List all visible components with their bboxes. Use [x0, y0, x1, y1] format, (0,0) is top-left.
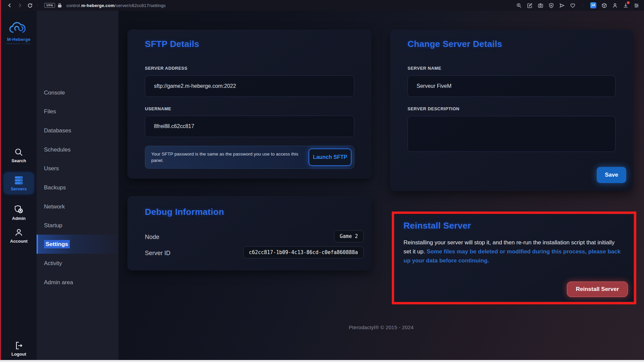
- send-icon[interactable]: [559, 2, 565, 8]
- server-description-textarea[interactable]: [408, 116, 615, 152]
- red-annotation-rectangle: Reinstall Server Reinstalling your serve…: [392, 212, 636, 304]
- nav-item-backups[interactable]: Backups: [37, 182, 118, 193]
- refresh-icon[interactable]: [25, 0, 35, 11]
- server-address-label: SERVER ADDRESS: [145, 66, 187, 71]
- servers-icon: [4, 176, 34, 185]
- shield-block-icon[interactable]: [548, 2, 554, 8]
- rail-item-account[interactable]: Account: [4, 228, 34, 244]
- nav-item-users[interactable]: Users: [37, 163, 118, 174]
- nav-item-console[interactable]: Console: [37, 87, 118, 99]
- change-server-details-card: Change Server Details SERVER NAME SERVER…: [390, 29, 633, 191]
- node-value-badge: Game 2: [334, 230, 364, 242]
- active-nav-indicator: [37, 235, 38, 254]
- nav-item-schedules[interactable]: Schedules: [37, 144, 118, 156]
- lock-icon[interactable]: [58, 3, 62, 8]
- download-icon[interactable]: [623, 2, 629, 8]
- details-card-title: Change Server Details: [408, 39, 502, 49]
- forward-icon[interactable]: [15, 0, 25, 11]
- admin-icon: [4, 204, 34, 215]
- username-label: USERNAME: [145, 106, 171, 111]
- address-bar[interactable]: control.m-heberge.com/server/c62cc817/se…: [66, 3, 166, 8]
- node-label: Node: [145, 234, 159, 241]
- extension-icon[interactable]: [590, 2, 596, 8]
- rail-item-logout[interactable]: Logout: [4, 341, 34, 357]
- nav-item-files[interactable]: Files: [37, 106, 118, 117]
- reinstall-card-title: Reinstall Server: [404, 221, 471, 231]
- server-id-value-badge[interactable]: c62cc817-1b09-4c13-86cd-c0efa860888a: [243, 246, 364, 258]
- server-name-input[interactable]: [408, 75, 615, 97]
- server-description-label: SERVER DESCRIPTION: [408, 106, 460, 111]
- logout-icon: [4, 341, 34, 350]
- launch-sftp-button[interactable]: Launch SFTP: [309, 148, 352, 166]
- search-icon: [4, 147, 34, 157]
- browser-toolbar: ⋮ VPN control.m-heberge.com/server/c62cc…: [0, 0, 644, 11]
- zoom-icon[interactable]: [516, 2, 522, 8]
- menu-icon[interactable]: [633, 2, 639, 8]
- footer-copyright: Pterodactyl® © 2015 - 2024: [118, 324, 644, 330]
- left-edge-annotation-line: [0, 0, 1, 360]
- sftp-password-note: Your SFTP password is the same as the pa…: [145, 146, 354, 169]
- download-notification-dot: [627, 1, 630, 4]
- toolbar-right-icons: ⋮: [516, 2, 644, 8]
- debug-information-card: Debug Information Node Game 2 Server ID …: [127, 196, 372, 270]
- server-address-input[interactable]: [145, 75, 354, 97]
- reinstall-server-card: Reinstall Server Reinstalling your serve…: [395, 215, 633, 301]
- nav-item-startup[interactable]: Startup: [37, 220, 118, 231]
- reinstall-description: Reinstalling your server will stop it, a…: [404, 238, 621, 265]
- profile-icon[interactable]: [612, 2, 618, 8]
- bottom-scrollbar-track[interactable]: [0, 360, 644, 362]
- heart-icon[interactable]: [570, 2, 576, 8]
- sftp-card-title: SFTP Details: [145, 39, 199, 49]
- nav-item-admin-area[interactable]: Admin area: [37, 277, 118, 288]
- sftp-details-card: SFTP Details SERVER ADDRESS USERNAME You…: [127, 29, 372, 179]
- brand-tagline: HEBERGEUR SUISSE: [1, 43, 37, 45]
- nav-item-activity[interactable]: Activity: [37, 258, 118, 269]
- vpn-badge[interactable]: VPN: [44, 3, 55, 8]
- username-input[interactable]: [145, 116, 354, 137]
- server-id-label: Server ID: [145, 250, 170, 257]
- back-icon[interactable]: [5, 0, 15, 11]
- server-nav: Console Files Databases Schedules Users …: [37, 11, 118, 362]
- nav-item-databases[interactable]: Databases: [37, 125, 118, 136]
- server-name-label: SERVER NAME: [408, 66, 441, 71]
- compose-icon[interactable]: [527, 2, 533, 8]
- nav-item-settings[interactable]: Settings: [37, 235, 118, 254]
- reinstall-server-button[interactable]: Reinstall Server: [567, 282, 628, 297]
- debug-card-title: Debug Information: [145, 207, 224, 217]
- save-button[interactable]: Save: [597, 167, 626, 183]
- rail-item-search[interactable]: Search: [4, 147, 34, 163]
- rail-item-admin[interactable]: Admin: [4, 204, 34, 221]
- toolbar-divider: ⋮: [36, 3, 40, 8]
- rail-item-servers[interactable]: Servers: [4, 172, 34, 194]
- cube-icon[interactable]: [601, 2, 607, 8]
- toolbar-divider-2: ⋮: [581, 3, 585, 8]
- account-icon: [4, 228, 34, 237]
- brand-name: M-Heberge: [1, 37, 37, 42]
- reinstall-warning-text: Some files may be deleted or modified du…: [404, 248, 621, 264]
- camera-icon[interactable]: [537, 2, 543, 8]
- icon-rail: M-Heberge HEBERGEUR SUISSE Search Server…: [1, 11, 37, 362]
- m-heberge-logo[interactable]: M-Heberge HEBERGEUR SUISSE: [1, 21, 37, 45]
- nav-item-network[interactable]: Network: [37, 201, 118, 213]
